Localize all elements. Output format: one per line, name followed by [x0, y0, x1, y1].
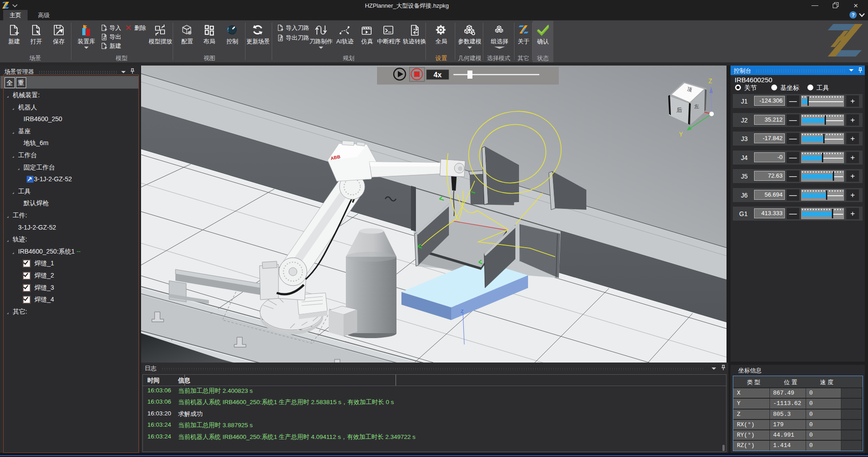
svg-text:后: 后 [676, 107, 682, 113]
svg-text:4x: 4x [434, 71, 442, 79]
svg-text:Y: Y [679, 131, 683, 138]
svg-text:左: 左 [694, 104, 700, 109]
svg-text:Z: Z [461, 309, 464, 314]
svg-text:Z: Z [708, 78, 712, 85]
